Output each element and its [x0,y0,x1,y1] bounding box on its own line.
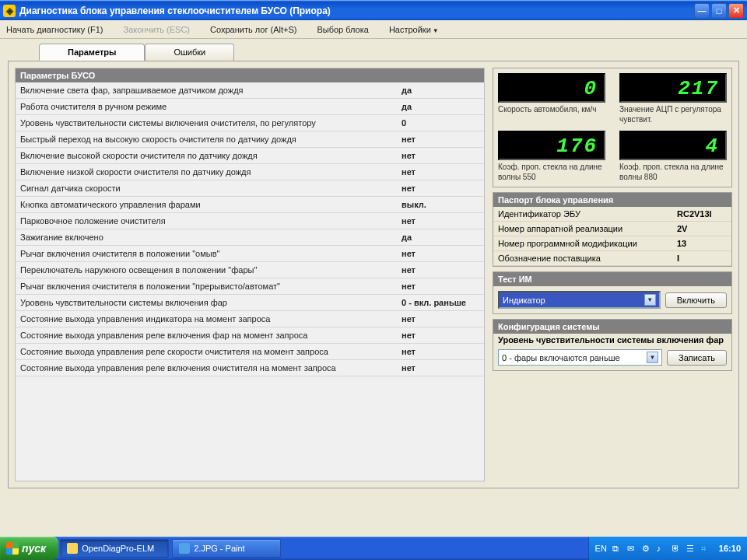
maximize-button[interactable]: □ [711,3,727,19]
main-panel: Параметры БУСО Включение света фар, запр… [8,61,739,488]
parameter-value: нет [402,363,479,373]
passport-label: Идентификатор ЭБУ [498,209,677,219]
config-save-button[interactable]: Записать [667,350,727,366]
parameter-row[interactable]: Состояние выхода управления реле скорост… [16,344,484,360]
parameter-row[interactable]: Рычаг включения очистителя в положении "… [16,246,484,262]
passport-value: I [677,254,727,263]
parameter-row[interactable]: Рычаг включения очистителя в положении "… [16,278,484,295]
gauge-adc: 217 Значение АЦП с регулятора чувствит. [619,73,727,124]
test-im-enable-button[interactable]: Включить [665,292,727,308]
tabs: Параметры Ошибки [0,39,747,61]
config-select[interactable]: 0 - фары включаются раньше ▼ [498,349,662,366]
bluetooth-icon[interactable]: ⌗ [701,544,710,553]
window-titlebar: ◈ Диагностика блока управления стеклоочи… [0,0,747,20]
gauge-trans-550: 176 Коэф. проп. стекла на длине волны 55… [498,131,605,182]
parameter-row[interactable]: Парковочное положение очистителянет [16,213,484,229]
parameter-value: 0 [402,118,479,128]
tray-icon[interactable]: ✉ [627,544,637,553]
parameter-name: Включение высокой скорости очистителя по… [20,151,402,160]
start-label: пуск [22,542,46,555]
language-indicator[interactable]: EN [595,544,607,553]
config-label: Уровень чувствительности системы включен… [493,334,731,345]
parameter-value: нет [402,347,479,356]
parameter-name: Быстрый переход на высокую скорость очис… [20,135,402,144]
parameter-value: нет [402,135,479,144]
parameter-name: Кнопка автоматического управления фарами [20,200,402,209]
parameter-row[interactable]: Зажигание включенода [16,229,484,246]
gauge-speed: 0 Скорость автомобиля, км/ч [498,73,605,124]
test-im-select[interactable]: Индикатор ▼ [498,291,661,309]
start-button[interactable]: пуск [0,537,58,560]
parameter-row[interactable]: Уровень чувствительности системы включен… [16,115,484,131]
gauge-trans-880-label: Коэф. проп. стекла на длине волны 880 [619,163,727,182]
parameter-name: Состояние выхода управления реле скорост… [20,347,402,356]
parameter-name: Сигнал датчика скорости [20,184,402,193]
tab-errors[interactable]: Ошибки [145,44,234,61]
parameter-row[interactable]: Включение света фар, запрашиваемое датчи… [16,82,484,99]
test-im-header: Тест ИМ [493,272,731,286]
parameter-name: Уровень чувствительности системы включен… [20,118,402,128]
parameter-name: Рычаг включения очистителя в положении "… [20,249,402,258]
parameter-name: Состояние выхода управления реле включен… [20,331,402,340]
menu-save-log[interactable]: Сохранить лог (Alt+S) [210,25,296,34]
taskbar: пуск OpenDiagPro-ELM 2.JPG - Paint EN ⧉ … [0,537,747,560]
parameter-value: нет [402,331,479,340]
parameter-name: Зажигание включено [20,233,402,242]
menu-start-diag[interactable]: Начать диагностику (F1) [6,25,103,34]
gauge-trans-880: 4 Коэф. проп. стекла на длине волны 880 [619,131,727,182]
parameter-value: выкл. [402,200,479,209]
parameter-row[interactable]: Сигнал датчика скоростинет [16,180,484,197]
clock[interactable]: 16:10 [719,544,741,553]
passport-value: 2V [677,224,727,233]
passport-row: Обозначение поставщикаI [493,251,731,266]
tray-icon[interactable]: ☰ [686,544,696,553]
menu-settings[interactable]: Настройки▼ [389,25,439,34]
gauge-speed-value: 0 [498,73,605,103]
passport-value: 13 [677,239,727,248]
tray-icon[interactable]: ⛨ [672,544,681,553]
parameter-row[interactable]: Включение высокой скорости очистителя по… [16,148,484,164]
tray-icon[interactable]: ♪ [657,544,666,553]
parameter-row[interactable]: Кнопка автоматического управления фарами… [16,197,484,213]
taskbar-item-label: OpenDiagPro-ELM [82,544,154,553]
parameter-value: нет [402,216,479,226]
parameter-name: Включение света фар, запрашиваемое датчи… [20,86,402,95]
app-icon [179,543,190,554]
parameter-row[interactable]: Состояние выхода управления реле включен… [16,360,484,376]
parameter-row[interactable]: Работа очистителя в ручном режимеда [16,99,484,115]
parameter-value: нет [402,184,479,193]
minimize-button[interactable]: — [694,3,710,19]
menu-select-block[interactable]: Выбор блока [317,25,368,34]
taskbar-item-paint[interactable]: 2.JPG - Paint [172,539,281,558]
parameter-value: 0 - вкл. раньше [402,298,479,307]
parameter-value: нет [402,314,479,324]
close-button[interactable]: ✕ [728,3,744,19]
parameter-name: Состояние выхода управления реле включен… [20,363,402,373]
app-icon: ◈ [3,5,16,17]
tray-icon[interactable]: ⚙ [642,544,651,553]
gauge-adc-value: 217 [619,73,727,103]
parameter-row[interactable]: Уровень чувствительности системы включен… [16,295,484,311]
passport-value: RC2V13I [677,209,727,219]
parameter-row[interactable]: Состояние выхода управления реле включен… [16,327,484,344]
parameter-row[interactable]: Состояние выхода управления индикатора н… [16,311,484,327]
parameter-value: нет [402,167,479,177]
parameter-name: Включение низкой скорости очистителя по … [20,167,402,177]
parameter-value: да [402,102,479,111]
parameter-value: да [402,86,479,95]
test-im-select-value: Индикатор [503,296,545,305]
parameter-row[interactable]: Включение низкой скорости очистителя по … [16,164,484,180]
tray-icon[interactable]: ⧉ [612,544,622,553]
chevron-down-icon: ▼ [433,27,439,34]
tab-parameters[interactable]: Параметры [39,44,145,61]
taskbar-item-label: 2.JPG - Paint [194,544,244,553]
parameter-row[interactable]: Быстрый переход на высокую скорость очис… [16,131,484,148]
parameter-value: нет [402,265,479,275]
parameter-row[interactable]: Переключатель наружного освещения в поло… [16,262,484,278]
parameter-value: нет [402,249,479,258]
passport-row: Номер аппаратной реализации2V [493,222,731,236]
parameter-name: Парковочное положение очистителя [20,216,402,226]
gauge-trans-550-label: Коэф. проп. стекла на длине волны 550 [498,163,605,182]
taskbar-item-opendiag[interactable]: OpenDiagPro-ELM [60,539,169,558]
menu-settings-label: Настройки [389,25,431,34]
